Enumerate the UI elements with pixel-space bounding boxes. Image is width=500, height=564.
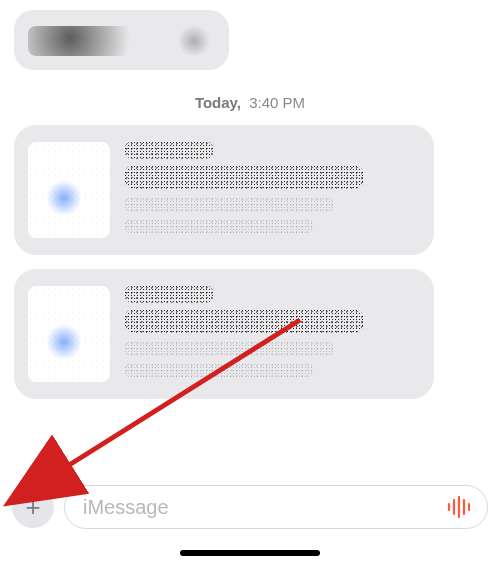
- attachment-thumbnail[interactable]: [28, 142, 110, 238]
- redacted-content: [14, 10, 229, 70]
- timestamp-divider: Today, 3:40 PM: [10, 94, 490, 111]
- timestamp-day: Today,: [195, 94, 241, 111]
- redacted-content: [124, 137, 420, 243]
- message-thread: Today, 3:40 PM: [0, 0, 500, 413]
- received-message-bubble[interactable]: [14, 10, 229, 70]
- home-indicator[interactable]: [180, 550, 320, 556]
- timestamp-time: 3:40 PM: [249, 94, 305, 111]
- message-input-container[interactable]: [64, 485, 488, 529]
- add-attachment-button[interactable]: +: [12, 486, 54, 528]
- message-input[interactable]: [83, 496, 445, 519]
- received-attachment-bubble[interactable]: [14, 269, 434, 399]
- composer-bar: +: [0, 482, 500, 532]
- plus-icon: +: [25, 494, 40, 520]
- attachment-thumbnail[interactable]: [28, 286, 110, 382]
- received-attachment-bubble[interactable]: [14, 125, 434, 255]
- audio-waveform-icon[interactable]: [445, 496, 473, 518]
- redacted-content: [124, 281, 420, 387]
